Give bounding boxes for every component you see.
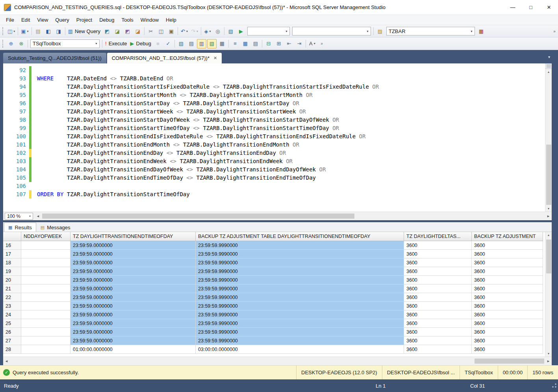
grid-cell[interactable]: 3600 xyxy=(404,345,472,354)
menu-item-help[interactable]: Help xyxy=(162,15,180,25)
row-header[interactable]: 16 xyxy=(3,241,21,250)
show-estimated-plan-button[interactable]: ▧ xyxy=(176,39,186,48)
document-list-dropdown-icon[interactable]: ▾ xyxy=(547,55,552,59)
toolbar-combo-1[interactable]: ▾ xyxy=(247,27,290,35)
scroll-right-icon[interactable]: ▶ xyxy=(545,360,552,363)
row-header[interactable]: 17 xyxy=(3,250,21,258)
change-connection-button[interactable]: ⊗ xyxy=(17,39,26,48)
row-header[interactable]: 19 xyxy=(3,267,21,276)
scroll-right-icon[interactable]: ▶ xyxy=(545,215,552,218)
code-text[interactable]: TZAR.DaylightTransitionStartIsFixedDateR… xyxy=(37,83,379,91)
grid-cell[interactable]: 23:59:59.9990000 xyxy=(196,276,404,284)
grid-cell[interactable]: 23:59:59.9990000 xyxy=(196,302,404,310)
editor-hscroll-track[interactable] xyxy=(41,212,545,220)
grid-cell[interactable]: 3600 xyxy=(472,319,543,328)
row-header[interactable]: 26 xyxy=(3,328,21,336)
chevron-down-icon[interactable]: ▾ xyxy=(93,42,99,45)
grid-cell[interactable]: 23:59:59.9990000 xyxy=(196,241,404,250)
grid-cell[interactable] xyxy=(21,284,70,293)
grid-cell[interactable]: 03:00:00.0000000 xyxy=(196,345,404,354)
grid-cell[interactable]: 01:00:00.0000000 xyxy=(70,345,196,354)
editor-vertical-scrollbar[interactable]: ▲ ▼ xyxy=(545,63,552,212)
grid-cell[interactable]: 23:59:59.0000000 xyxy=(70,250,196,258)
grid-cell[interactable]: 23:59:59.0000000 xyxy=(70,284,196,293)
tzbar-combo[interactable]: TZBAR▾ xyxy=(386,27,475,35)
grid-cell[interactable]: 3600 xyxy=(472,267,543,276)
grid-cell[interactable]: 3600 xyxy=(472,241,543,250)
available-databases-combo[interactable]: TSqlToolbox▾ xyxy=(30,39,100,48)
grid-cell[interactable]: 3600 xyxy=(404,258,472,267)
grid-cell[interactable] xyxy=(21,267,70,276)
code-text[interactable]: WHERE TZAR.DateEnd <> TZARB.DateEnd OR xyxy=(37,74,173,83)
scroll-left-icon[interactable]: ◀ xyxy=(35,215,41,218)
grid-vscroll-thumb[interactable] xyxy=(546,240,551,273)
sql-toolbar-overflow-button[interactable]: » xyxy=(319,39,324,48)
row-header[interactable]: 27 xyxy=(3,336,21,345)
code-text[interactable]: TZAR.DaylightTransitionEndIsFixedDateRul… xyxy=(37,132,365,141)
cut-button[interactable]: ✂ xyxy=(146,26,156,36)
column-header-4[interactable]: TZ DAYLIGHTDELTAS... xyxy=(404,232,472,241)
toolbar-combo-2[interactable]: ▾ xyxy=(292,27,371,35)
template-explorer-button[interactable]: ▨ xyxy=(375,26,385,36)
code-text[interactable]: TZAR.DaylightTransitionEndWeek <> TZARB.… xyxy=(37,157,293,165)
maximize-button[interactable]: □ xyxy=(522,0,540,15)
menu-item-file[interactable]: File xyxy=(2,15,18,25)
tab-results[interactable]: ▦Results xyxy=(4,223,36,232)
grid-cell[interactable] xyxy=(21,336,70,345)
grid-cell[interactable]: 23:59:59.9990000 xyxy=(196,336,404,345)
grid-cell[interactable]: 3600 xyxy=(404,310,472,319)
grid-cell[interactable]: 3600 xyxy=(472,345,543,354)
results-to-file-button[interactable]: ▤ xyxy=(251,39,260,48)
grid-cell[interactable]: 23:59:59.0000000 xyxy=(70,310,196,319)
mdx-query-button[interactable]: ◪ xyxy=(113,26,122,36)
grid-cell[interactable]: 23:59:59.0000000 xyxy=(70,276,196,284)
grid-cell[interactable]: 3600 xyxy=(404,250,472,258)
query-options-button[interactable]: ▤ xyxy=(187,39,196,48)
code-text[interactable]: TZAR.DaylightTransitionEndTimeOfDay <> T… xyxy=(37,174,316,182)
grid-cell[interactable] xyxy=(21,302,70,310)
grid-cell[interactable] xyxy=(21,310,70,319)
chevron-down-icon[interactable]: ▾ xyxy=(365,30,371,33)
grid-cell[interactable] xyxy=(21,345,70,354)
grid-cell[interactable]: 3600 xyxy=(404,319,472,328)
dmx-query-button[interactable]: ◩ xyxy=(123,26,132,36)
menu-item-view[interactable]: View xyxy=(33,15,52,25)
row-header[interactable]: 25 xyxy=(3,319,21,328)
column-header-5[interactable]: BACKUP TZ ADJUSTMENT xyxy=(472,232,543,241)
grid-cell[interactable]: 23:59:59.9990000 xyxy=(196,293,404,302)
grid-vertical-scrollbar[interactable]: ▲ ▼ xyxy=(545,232,552,357)
connect-dropdown-button[interactable]: ◫▾ xyxy=(6,26,16,36)
row-header[interactable]: 20 xyxy=(3,276,21,284)
grid-cell[interactable]: 23:59:59.0000000 xyxy=(70,267,196,276)
scroll-down-icon[interactable]: ▼ xyxy=(545,206,552,212)
execute-button[interactable]: !Execute xyxy=(104,39,128,48)
grid-cell[interactable]: 23:59:59.9990000 xyxy=(196,328,404,336)
scroll-up-icon[interactable]: ▲ xyxy=(545,69,552,75)
include-actual-plan-button[interactable]: ▧ xyxy=(207,39,217,48)
grid-cell[interactable]: 3600 xyxy=(404,284,472,293)
scroll-left-icon[interactable]: ◀ xyxy=(3,360,10,363)
grid-cell[interactable]: 3600 xyxy=(472,328,543,336)
save-button[interactable]: ◧ xyxy=(44,26,53,36)
grid-vscroll-track[interactable] xyxy=(545,238,552,351)
editor-vscroll-track[interactable] xyxy=(545,75,552,206)
start-button[interactable]: ▶ xyxy=(236,26,246,36)
specify-template-values-button[interactable]: A▾ xyxy=(308,39,317,48)
menu-item-window[interactable]: Window xyxy=(137,15,162,25)
xmla-query-button[interactable]: ◪ xyxy=(133,26,143,36)
toolbar-grip[interactable] xyxy=(2,40,4,48)
debug-button[interactable]: ▶Debug xyxy=(129,39,152,48)
menu-item-debug[interactable]: Debug xyxy=(96,15,118,25)
new-query-button[interactable]: ▥New Query xyxy=(67,26,102,36)
results-to-text-button[interactable]: ≡ xyxy=(230,39,240,48)
grid-cell[interactable]: 23:59:59.0000000 xyxy=(70,241,196,250)
grid-hscroll-thumb[interactable] xyxy=(475,359,544,364)
grid-cell[interactable]: 23:59:59.0000000 xyxy=(70,302,196,310)
zoom-combo[interactable]: 100 % ▾ xyxy=(5,213,33,220)
grid-cell[interactable]: 3600 xyxy=(404,276,472,284)
redo-button[interactable]: ↷▾ xyxy=(190,26,199,36)
grid-cell[interactable]: 3600 xyxy=(404,302,472,310)
scroll-up-icon[interactable]: ▲ xyxy=(545,232,552,238)
grid-cell[interactable]: 3600 xyxy=(472,276,543,284)
paste-button[interactable]: ▣ xyxy=(167,26,176,36)
